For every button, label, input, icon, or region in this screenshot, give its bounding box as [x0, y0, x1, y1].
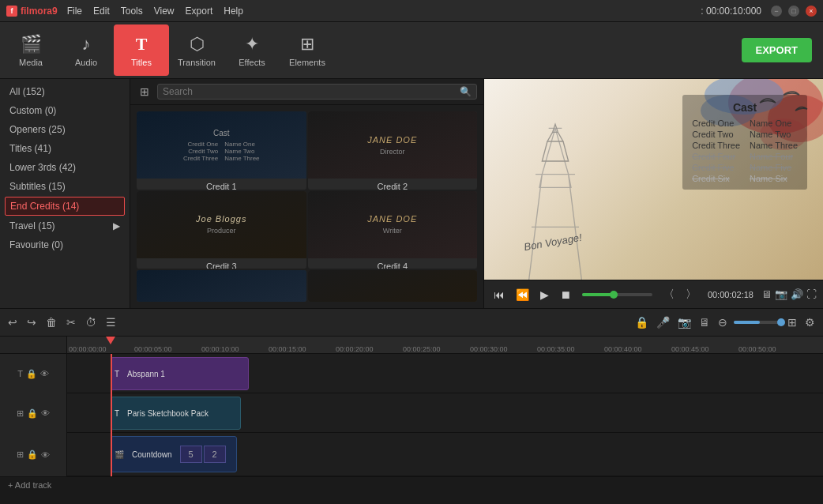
redo-button[interactable]: ↪ — [25, 314, 38, 330]
grid-item-credit6[interactable] — [308, 270, 478, 302]
timeline-right[interactable]: 00:00:00:00 00:00:05:00 00:00:10:00 00:0… — [67, 337, 823, 476]
category-titles[interactable]: Titles (41) — [0, 139, 130, 158]
track5-eye[interactable]: 👁 — [40, 369, 49, 378]
category-panel: All (152) Custom (0) Openers (25) Titles… — [0, 79, 130, 308]
preview-canvas: Cast Credit OneName One Credit TwoName T… — [484, 79, 823, 280]
menu-edit[interactable]: Edit — [93, 6, 110, 17]
track3-lock[interactable]: 🔒 — [27, 449, 38, 460]
camera-button[interactable]: 📷 — [676, 314, 693, 330]
toolbar-transition[interactable]: ⬡ Transition — [169, 24, 224, 76]
timer-button[interactable]: ⏱ — [84, 314, 98, 330]
search-box[interactable]: 🔍 — [157, 84, 477, 100]
toolbar-titles[interactable]: T Titles — [114, 24, 169, 76]
step-back-button[interactable]: ⏪ — [513, 287, 532, 303]
category-openers[interactable]: Openers (25) — [0, 120, 130, 139]
playhead-track3 — [111, 433, 112, 476]
ruler-mark-10: 00:00:50:00 — [738, 345, 776, 353]
track4-row: T Paris Sketchbook Pack — [67, 393, 823, 433]
next-frame-button[interactable]: 〉 — [682, 286, 700, 303]
preview-controls: ⏮ ⏪ ▶ ⏹ 〈 〉 00:00:02:18 🖥 📷 🔊 ⛶ — [484, 280, 823, 308]
close-button[interactable]: × — [806, 6, 817, 17]
category-favourite[interactable]: Favourite (0) — [0, 235, 130, 254]
menu-export[interactable]: Export — [186, 6, 213, 17]
toolbar: 🎬 Media ♪ Audio T Titles ⬡ Transition ✦ … — [0, 22, 823, 79]
minimize-button[interactable]: − — [771, 6, 782, 17]
screen-record-button[interactable]: 🖥 — [697, 314, 712, 330]
menu-help[interactable]: Help — [224, 6, 243, 17]
credit1-thumbnail: Cast Credit OneName One Credit TwoName T… — [137, 111, 306, 179]
settings-button[interactable]: ⚙ — [803, 314, 817, 330]
grid-item-credit1[interactable]: Cast Credit OneName One Credit TwoName T… — [137, 111, 306, 190]
category-custom[interactable]: Custom (0) — [0, 101, 130, 120]
toolbar-effects[interactable]: ✦ Effects — [224, 24, 280, 76]
grid-view: Cast Credit OneName One Credit TwoName T… — [130, 105, 483, 308]
grid-item-credit3[interactable]: Joe Bloggs Producer Credit 3 — [137, 191, 306, 269]
delete-button[interactable]: 🗑 — [44, 314, 58, 330]
snapshot-icon[interactable]: 📷 — [775, 288, 787, 300]
track5-lock[interactable]: 🔒 — [26, 369, 37, 379]
playhead-triangle — [106, 337, 115, 344]
zoom-fill — [734, 321, 760, 324]
export-button[interactable]: EXPORT — [742, 38, 812, 62]
clip-abspann1-label: Abspann 1 — [122, 368, 170, 380]
volume-icon[interactable]: 🔊 — [791, 288, 803, 300]
countdown-thumb-5: 5 — [180, 446, 202, 463]
stop-button[interactable]: ⏹ — [557, 287, 574, 303]
grid-item-credit2[interactable]: JANE DOE Director Credit 2 — [308, 111, 478, 190]
clip-countdown-icon: 🎬 — [111, 449, 127, 461]
fullscreen-icon[interactable]: ⛶ — [806, 288, 817, 300]
countdown-thumb-2: 2 — [204, 446, 226, 463]
fit-button[interactable]: ⊞ — [786, 314, 799, 330]
top-bar: f filmora9 File Edit Tools View Export H… — [0, 0, 823, 22]
clip-countdown[interactable]: 🎬 Countdown 5 2 — [111, 436, 237, 472]
mic-button[interactable]: 🎤 — [655, 314, 671, 330]
add-track-button[interactable]: + Add track — [6, 479, 53, 491]
prev-frame-button[interactable]: 〈 — [660, 286, 678, 303]
menu-tools[interactable]: Tools — [121, 6, 143, 17]
toolbar-media[interactable]: 🎬 Media — [3, 24, 58, 76]
track4-lock[interactable]: 🔒 — [27, 408, 38, 419]
toolbar-elements-label: Elements — [289, 58, 325, 67]
cast-credits-overlay: Cast Credit OneName One Credit TwoName T… — [682, 95, 807, 190]
play-button[interactable]: ▶ — [537, 287, 552, 303]
toolbar-audio[interactable]: ♪ Audio — [58, 24, 114, 76]
elements-icon: ⊞ — [300, 34, 314, 55]
grid-item-credit4[interactable]: JANE DOE Writer Credit 4 — [308, 191, 478, 269]
undo-button[interactable]: ↩ — [6, 314, 19, 330]
media-icon: 🎬 — [21, 34, 42, 55]
category-endcredits[interactable]: End Credits (14) — [5, 197, 125, 216]
playhead-top — [111, 337, 115, 344]
category-lower3rds[interactable]: Lower 3rds (42) — [0, 158, 130, 177]
search-input[interactable] — [163, 86, 457, 97]
ruler-mark-2: 00:00:10:00 — [201, 345, 239, 353]
monitor-icon[interactable]: 🖥 — [761, 288, 772, 300]
menu-file[interactable]: File — [67, 6, 82, 17]
split-button[interactable]: ⊖ — [716, 314, 729, 330]
track4-eye[interactable]: 👁 — [41, 408, 50, 418]
cut-button[interactable]: ✂ — [65, 314, 77, 330]
toolbar-media-label: Media — [19, 58, 43, 67]
menu-bar: File Edit Tools View Export Help — [67, 6, 243, 17]
menu-view[interactable]: View — [154, 6, 175, 17]
credit4-thumbnail: JANE DOE Writer — [308, 191, 478, 258]
toolbar-elements[interactable]: ⊞ Elements — [280, 24, 335, 76]
grid-item-credit5[interactable] — [137, 270, 306, 302]
clip-paris[interactable]: T Paris Sketchbook Pack — [111, 397, 241, 430]
category-travel[interactable]: Travel (15) ▶ — [0, 216, 130, 235]
countdown-thumbs: 5 2 — [177, 444, 229, 465]
progress-bar[interactable] — [582, 293, 652, 296]
timeline-left-headers: T 🔒 👁 ⊞ 🔒 👁 ⊞ 🔒 👁 — [0, 337, 67, 476]
adjust-button[interactable]: ☰ — [104, 314, 118, 330]
category-subtitles[interactable]: Subtitles (15) — [0, 177, 130, 196]
rewind-button[interactable]: ⏮ — [490, 287, 508, 303]
zoom-track[interactable] — [734, 321, 781, 324]
lock-button[interactable]: 🔒 — [633, 314, 650, 330]
grid-view-button[interactable]: ⊞ — [137, 84, 152, 100]
clip-abspann1[interactable]: T Abspann 1 — [111, 357, 249, 390]
track3-eye[interactable]: 👁 — [41, 450, 50, 460]
zoom-control — [734, 321, 781, 324]
category-all[interactable]: All (152) — [0, 82, 130, 101]
clip-title-icon: T — [111, 368, 122, 380]
track4-icon: ⊞ — [17, 408, 24, 419]
maximize-button[interactable]: □ — [788, 6, 799, 17]
